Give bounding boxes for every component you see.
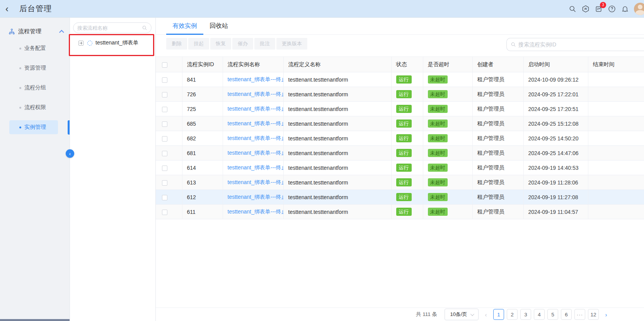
sidebar-item-label: 实例管理 bbox=[24, 124, 46, 131]
cell-instance-name-link[interactable]: testtenant_绑表单---终止... bbox=[223, 190, 283, 205]
column-header: 流程定义名称 bbox=[283, 57, 391, 72]
instance-search-input[interactable] bbox=[518, 41, 640, 48]
page-button[interactable]: 2 bbox=[507, 309, 518, 320]
cell-timeout: 未超时 bbox=[423, 205, 472, 219]
page-button[interactable]: 3 bbox=[520, 309, 531, 320]
cell-end-time bbox=[588, 175, 644, 190]
user-avatar[interactable] bbox=[634, 3, 644, 15]
page-size-select[interactable]: 10条/页 bbox=[445, 309, 479, 320]
toolbar-button[interactable]: 挂起 bbox=[188, 38, 209, 50]
tasks-note-icon[interactable]: 3 bbox=[595, 5, 603, 13]
next-page-icon[interactable]: › bbox=[601, 311, 611, 318]
cell-instance-name-link[interactable]: testtenant_绑表单---终止... bbox=[223, 146, 283, 160]
sidebar-item[interactable]: 流程分组 bbox=[9, 81, 58, 95]
toolbar-button[interactable]: 恢复 bbox=[210, 38, 231, 50]
collapse-panel-button[interactable]: ‹ bbox=[66, 149, 74, 158]
column-header: 启动时间 bbox=[523, 57, 588, 72]
row-checkbox[interactable] bbox=[162, 166, 167, 171]
cell-instance-name-link[interactable]: testtenant_绑表单---终止... bbox=[223, 102, 283, 116]
cell-instance-name-link[interactable]: testtenant_绑表单---终止... bbox=[223, 131, 283, 146]
toolbar-button[interactable]: 批注 bbox=[254, 38, 275, 50]
cell-timeout: 未超时 bbox=[423, 131, 472, 146]
help-icon[interactable] bbox=[608, 5, 616, 13]
cell-instance-name-link[interactable]: testtenant_绑表单---终止... bbox=[223, 116, 283, 131]
sidebar-bottom-strip bbox=[0, 319, 70, 321]
cell-start-time: 2024-09-19 11:04:57 bbox=[523, 205, 588, 219]
cell-instance-id: 612 bbox=[182, 190, 223, 205]
prev-page-icon[interactable]: ‹ bbox=[481, 311, 491, 318]
sidebar-item[interactable]: 资源管理 bbox=[9, 61, 58, 75]
column-header: 创建者 bbox=[472, 57, 523, 72]
row-checkbox[interactable] bbox=[162, 121, 167, 127]
page-button[interactable]: 5 bbox=[547, 309, 558, 320]
timeout-badge: 未超时 bbox=[428, 120, 448, 128]
toolbar-button[interactable]: 删除 bbox=[166, 38, 187, 50]
sidebar-item[interactable]: 流程权限 bbox=[9, 101, 58, 114]
row-checkbox[interactable] bbox=[162, 151, 167, 156]
cell-instance-id: 614 bbox=[182, 160, 223, 175]
page-ellipsis-button[interactable]: ··· bbox=[574, 309, 585, 320]
tab-valid-instances[interactable]: 有效实例 bbox=[166, 18, 203, 34]
toolbar-button[interactable]: 催办 bbox=[232, 38, 253, 50]
cell-instance-name-link[interactable]: testtenant_绑表单---终止... bbox=[223, 205, 283, 219]
cell-creator: 租户管理员 bbox=[472, 205, 523, 219]
cell-definition-name: testtenant.testtenantform bbox=[283, 72, 391, 87]
search-icon bbox=[511, 42, 516, 47]
bell-icon[interactable] bbox=[621, 5, 629, 13]
select-all-checkbox[interactable] bbox=[162, 62, 167, 68]
cell-creator: 租户管理员 bbox=[472, 160, 523, 175]
sidebar-item[interactable]: 实例管理 bbox=[9, 120, 58, 134]
cell-status: 运行 bbox=[391, 160, 423, 175]
sidebar-item-label: 流程权限 bbox=[24, 104, 46, 111]
search-icon[interactable] bbox=[568, 5, 577, 13]
table-row[interactable]: 841 testtenant_绑表单---终止... testtenant.te… bbox=[156, 72, 644, 87]
table-row[interactable]: 725 testtenant_绑表单---终止... testtenant.te… bbox=[156, 102, 644, 116]
row-checkbox[interactable] bbox=[162, 195, 167, 200]
table-row[interactable]: 612 testtenant_绑表单---终止... testtenant.te… bbox=[156, 190, 644, 205]
timeout-badge: 未超时 bbox=[428, 90, 448, 98]
table-row[interactable]: 685 testtenant_绑表单---终止... testtenant.te… bbox=[156, 116, 644, 131]
tree-search-input[interactable] bbox=[77, 25, 142, 31]
nav-group-process-management[interactable]: 流程管理 bbox=[0, 24, 70, 38]
sidebar-item[interactable]: 业务配置 bbox=[9, 41, 58, 55]
status-badge: 运行 bbox=[396, 120, 412, 128]
cell-instance-name-link[interactable]: testtenant_绑表单---终止... bbox=[223, 175, 283, 190]
sidebar-item-label: 业务配置 bbox=[24, 45, 46, 52]
page-button[interactable]: 4 bbox=[534, 309, 545, 320]
tree-node[interactable]: testtenant_绑表单 bbox=[73, 39, 152, 46]
cell-instance-name-link[interactable]: testtenant_绑表单---终止... bbox=[223, 160, 283, 175]
page-button[interactable]: 12 bbox=[588, 309, 599, 320]
timeout-badge: 未超时 bbox=[428, 178, 448, 186]
cell-definition-name: testtenant.testtenantform bbox=[283, 116, 391, 131]
cell-instance-name-link[interactable]: testtenant_绑表单---终止... bbox=[223, 87, 283, 102]
toolbar-button[interactable]: 更换版本 bbox=[276, 38, 307, 50]
table-row[interactable]: 726 testtenant_绑表单---终止... testtenant.te… bbox=[156, 87, 644, 102]
table-row[interactable]: 613 testtenant_绑表单---终止... testtenant.te… bbox=[156, 175, 644, 190]
row-checkbox[interactable] bbox=[162, 210, 167, 215]
expand-plus-icon[interactable] bbox=[78, 41, 83, 46]
empty-area bbox=[156, 219, 644, 307]
cell-start-time: 2024-09-25 17:22:01 bbox=[523, 87, 588, 102]
table-row[interactable]: 681 testtenant_绑表单---终止... testtenant.te… bbox=[156, 146, 644, 160]
chevron-up-icon[interactable] bbox=[59, 30, 64, 35]
tab-recycle-bin[interactable]: 回收站 bbox=[203, 18, 234, 34]
page-button[interactable]: 6 bbox=[561, 309, 572, 320]
table-row[interactable]: 614 testtenant_绑表单---终止... testtenant.te… bbox=[156, 160, 644, 175]
table-row[interactable]: 611 testtenant_绑表单---终止... testtenant.te… bbox=[156, 205, 644, 219]
cell-instance-name-link[interactable]: testtenant_绑表单---终止... bbox=[223, 72, 283, 87]
row-checkbox[interactable] bbox=[162, 77, 167, 83]
bullet-icon bbox=[19, 48, 21, 50]
toolbar: 删除挂起恢复催办批注更换版本 bbox=[156, 35, 644, 55]
cell-end-time bbox=[588, 87, 644, 102]
row-checkbox[interactable] bbox=[162, 180, 167, 186]
cell-status: 运行 bbox=[391, 190, 423, 205]
cell-timeout: 未超时 bbox=[423, 116, 472, 131]
page-button[interactable]: 1 bbox=[493, 309, 504, 320]
back-icon[interactable]: ‹ bbox=[5, 4, 16, 14]
table-row[interactable]: 682 testtenant_绑表单---终止... testtenant.te… bbox=[156, 131, 644, 146]
ai-assistant-icon[interactable]: AI bbox=[581, 5, 590, 13]
cell-instance-id: 725 bbox=[182, 102, 223, 116]
row-checkbox[interactable] bbox=[162, 107, 167, 112]
row-checkbox[interactable] bbox=[162, 136, 167, 142]
row-checkbox[interactable] bbox=[162, 92, 167, 97]
